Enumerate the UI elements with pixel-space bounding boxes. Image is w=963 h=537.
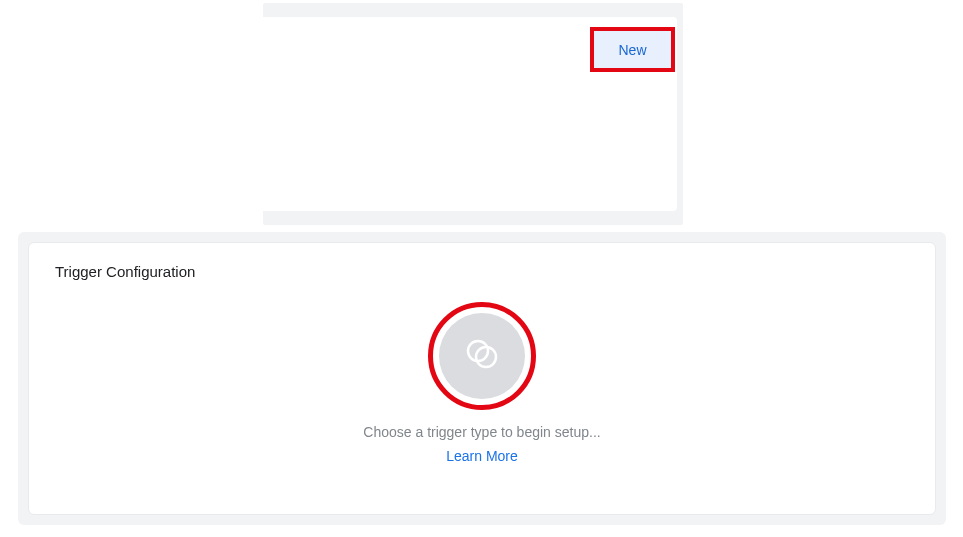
top-panel: New	[263, 3, 683, 225]
trigger-config-body: Choose a trigger type to begin setup... …	[55, 280, 909, 494]
learn-more-link[interactable]: Learn More	[446, 448, 518, 464]
new-button-highlight: New	[590, 27, 675, 72]
trigger-helper-text: Choose a trigger type to begin setup...	[363, 424, 600, 440]
choose-trigger-type-button[interactable]	[439, 313, 525, 399]
trigger-config-panel: Trigger Configuration Choose a trigger t…	[18, 232, 946, 525]
new-button[interactable]: New	[594, 31, 671, 68]
trigger-config-title: Trigger Configuration	[55, 263, 909, 280]
trigger-overlap-icon	[465, 337, 499, 375]
top-panel-inner: New	[263, 17, 677, 211]
trigger-config-card[interactable]: Trigger Configuration Choose a trigger t…	[28, 242, 936, 515]
trigger-icon-highlight	[428, 302, 536, 410]
